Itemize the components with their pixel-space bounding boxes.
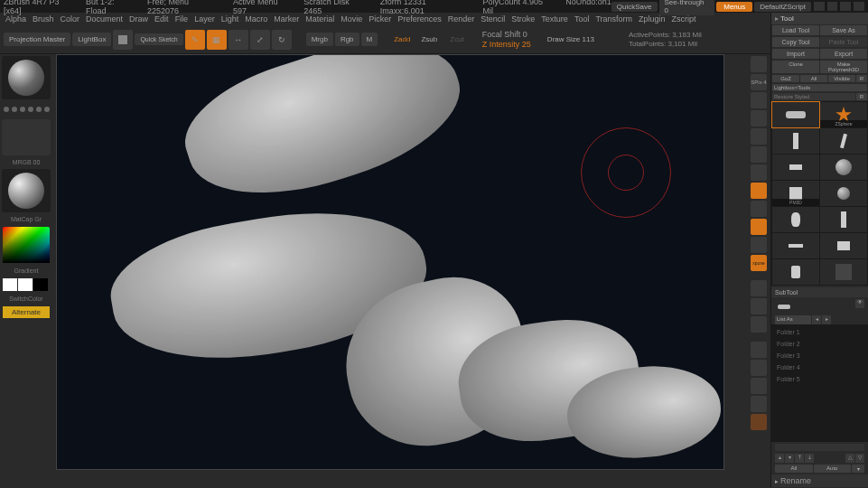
shelf-scroll-icon[interactable] [751, 92, 767, 108]
subtool-item[interactable]: Folder 2 [773, 338, 866, 350]
menu-stencil[interactable]: Stencil [479, 14, 507, 23]
tool-thumb[interactable] [820, 233, 867, 258]
goz-r-button[interactable]: R [856, 75, 867, 82]
export-button[interactable]: Export [820, 49, 867, 59]
swatch-secondary[interactable] [18, 278, 33, 291]
shelf-bpr-icon[interactable] [751, 56, 767, 72]
edit-mode-icon[interactable]: ✎ [185, 30, 205, 50]
menu-preferences[interactable]: Preferences [396, 14, 443, 23]
shelf-aahalf-icon[interactable] [751, 146, 767, 163]
shelf-localx-icon[interactable] [751, 201, 767, 217]
subtool-item[interactable]: Folder 3 [773, 350, 866, 361]
tool-header[interactable]: Tool [771, 13, 868, 24]
mrgb-button[interactable]: Mrgb [306, 33, 333, 46]
shelf-floor-icon[interactable] [751, 183, 767, 199]
brush-slot[interactable] [2, 56, 51, 99]
shelf-zoom-icon[interactable] [751, 110, 767, 127]
menu-alpha[interactable]: Alpha [4, 14, 28, 23]
scale-icon[interactable]: ⤢ [250, 30, 270, 50]
rename-section[interactable]: ▸ Rename [771, 474, 868, 487]
nav-move-down-icon[interactable]: ▽ [855, 454, 864, 463]
swatch-black[interactable] [33, 278, 48, 291]
subtool-slider[interactable] [775, 444, 864, 451]
list-right-icon[interactable]: ▸ [822, 315, 831, 324]
menu-light[interactable]: Light [219, 14, 241, 23]
rgb-button[interactable]: Rgb [335, 33, 359, 46]
nav-down-icon[interactable]: ▾ [785, 454, 794, 463]
swatch-white[interactable] [3, 278, 17, 291]
projection-master-button[interactable]: Projection Master [4, 33, 70, 46]
shelf-actual-icon[interactable] [751, 128, 767, 145]
menu-color[interactable]: Color [59, 14, 82, 23]
tool-thumb[interactable]: ZSphere [820, 102, 867, 127]
color-picker[interactable] [3, 227, 50, 263]
quicksketch-label[interactable]: Quick Sketch [135, 33, 182, 45]
alpha-slot[interactable] [2, 119, 51, 155]
menu-render[interactable]: Render [446, 14, 477, 23]
rotate-icon[interactable]: ↻ [272, 30, 292, 50]
menu-macro[interactable]: Macro [243, 14, 269, 23]
menu-picker[interactable]: Picker [367, 14, 393, 23]
material-slot[interactable] [2, 169, 51, 212]
viewport-canvas[interactable] [56, 54, 724, 470]
subtool-item[interactable]: Folder 4 [773, 361, 866, 373]
quicksketch-icon[interactable] [113, 30, 133, 50]
nav-top-icon[interactable]: ⤒ [795, 454, 804, 463]
menu-brush[interactable]: Brush [31, 14, 56, 23]
shelf-transp-icon[interactable] [751, 360, 767, 376]
shelf-persp-icon[interactable] [751, 164, 767, 181]
subtool-list[interactable]: Folder 1 Folder 2 Folder 3 Folder 4 Fold… [771, 324, 868, 442]
shelf-rotate-icon[interactable] [751, 316, 767, 333]
tool-thumb[interactable] [772, 128, 819, 154]
tool-thumb[interactable] [820, 181, 867, 206]
shelf-polyf-icon[interactable] [751, 342, 767, 358]
nav-bottom-icon[interactable]: ⤓ [805, 454, 814, 463]
maximize-icon[interactable] [840, 2, 851, 11]
make-polymesh-button[interactable]: Make Polymesh3D [820, 61, 867, 73]
alternate-button[interactable]: Alternate [3, 306, 50, 318]
tool-thumb[interactable]: PM3D [772, 181, 819, 206]
script-button[interactable]: DefaultZScript [754, 2, 811, 12]
seethrough-slider[interactable]: See-through 0 [659, 0, 715, 15]
subtool-active-thumb[interactable] [775, 299, 793, 314]
menu-transform[interactable]: Transform [593, 14, 634, 23]
draw-mode-icon[interactable]: ▦ [207, 30, 227, 50]
z-intensity-slider[interactable]: Z Intensity 25 [482, 40, 531, 49]
tool-thumb[interactable] [772, 233, 819, 258]
paste-tool-button[interactable]: Paste Tool [820, 37, 867, 47]
quicksave-button[interactable]: QuickSave [611, 2, 658, 12]
menu-material[interactable]: Material [303, 14, 336, 23]
menu-texture[interactable]: Texture [539, 14, 570, 23]
menu-draw[interactable]: Draw [127, 14, 150, 23]
import-button[interactable]: Import [772, 49, 819, 59]
close-icon[interactable] [854, 2, 864, 11]
save-as-button[interactable]: Save As [820, 25, 867, 35]
goz-visible-button[interactable]: Visible [828, 75, 855, 82]
zcut-button[interactable]: Zcut [444, 33, 470, 46]
lightbox-button[interactable]: LightBox [72, 33, 111, 46]
r-button[interactable]: R [856, 93, 867, 100]
menus-button[interactable]: Menus [716, 2, 752, 12]
tool-thumb[interactable] [820, 128, 867, 154]
draw-size-slider[interactable]: Draw Size 113 [542, 33, 600, 46]
menu-document[interactable]: Document [84, 14, 125, 23]
menu-layer[interactable]: Layer [192, 14, 217, 23]
subtool-header[interactable]: SubTool [771, 287, 868, 297]
shelf-xpose2-icon[interactable] [751, 414, 767, 430]
tool-thumb[interactable] [820, 259, 867, 285]
list-as-button[interactable]: List As [775, 315, 811, 324]
auto-button[interactable]: Auto [814, 465, 852, 473]
minimize-icon[interactable] [827, 2, 838, 11]
goz-button[interactable]: GoZ [772, 75, 799, 82]
move-icon[interactable]: ↔ [229, 30, 248, 50]
subtool-vis-icon[interactable]: 👁 [855, 299, 864, 308]
menu-movie[interactable]: Movie [339, 14, 364, 23]
menu-zplugin[interactable]: Zplugin [637, 14, 667, 23]
lightbox-tools-button[interactable]: Lightbox>Tools [772, 84, 867, 91]
shelf-xpose-icon[interactable]: xpose [751, 255, 767, 271]
nav-up-icon[interactable]: ▴ [775, 454, 784, 463]
clone-button[interactable]: Clone [772, 61, 819, 73]
m-button[interactable]: M [361, 33, 378, 46]
tool-thumb-active[interactable] [772, 102, 819, 127]
menu-stroke[interactable]: Stroke [509, 14, 537, 23]
